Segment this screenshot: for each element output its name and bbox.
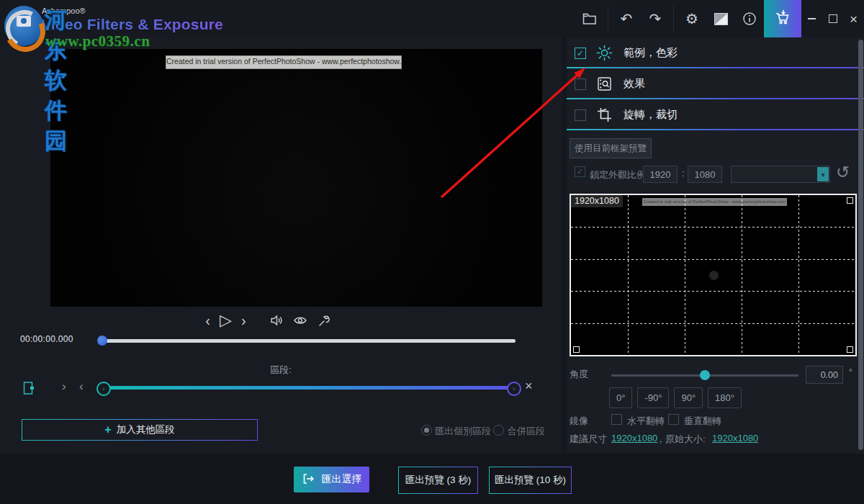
suggested-size-link[interactable]: 1920x1080	[611, 433, 657, 444]
section-effects[interactable]: 效果	[567, 68, 864, 99]
trial-watermark-banner: Created in trial version of PerfectPhoto…	[166, 55, 402, 69]
grid-line	[798, 195, 799, 355]
info-icon	[742, 12, 757, 26]
section-divider	[567, 129, 864, 130]
info-button[interactable]	[735, 0, 764, 37]
open-folder-button[interactable]	[575, 0, 604, 37]
panel-scrollbar[interactable]	[858, 40, 863, 450]
grid-line	[742, 195, 742, 355]
crop-handle-top-right[interactable]	[847, 197, 853, 204]
app-window: Ashampoo® Video Filters & Exposure ↶ ↷ ⚙	[0, 0, 864, 504]
brightness-icon	[596, 45, 613, 61]
export-selection-button[interactable]: 匯出選擇	[294, 467, 369, 492]
maximize-button[interactable]	[822, 0, 843, 37]
merge-segments-label[interactable]: 合併區段	[508, 425, 545, 438]
undo-button[interactable]: ↶	[612, 0, 641, 37]
rotate-90-button[interactable]: 90°	[674, 387, 703, 408]
grid-line	[571, 259, 855, 260]
crop-center-handle[interactable]	[709, 271, 719, 280]
remove-segment-button[interactable]: ×	[525, 379, 533, 394]
reset-crop-button[interactable]: ↺	[836, 163, 850, 183]
rotate-crop-checkbox[interactable]	[575, 109, 586, 121]
crop-handle-bottom-left[interactable]	[573, 346, 580, 353]
export-individual-radio[interactable]	[421, 425, 432, 436]
grid-line	[571, 291, 855, 292]
app-title: Video Filters & Exposure	[41, 16, 223, 33]
segment-range-track[interactable]	[101, 386, 514, 390]
crop-handle-bottom-right[interactable]	[847, 346, 853, 353]
playback-slider-track[interactable]	[101, 339, 516, 343]
rotate-180-button[interactable]: 180°	[708, 387, 742, 408]
playback-timestamp: 00:00:00.000	[20, 334, 73, 344]
rotate-0-button[interactable]: 0°	[609, 387, 632, 408]
playback-slider-thumb[interactable]	[97, 336, 107, 346]
volume-button[interactable]	[269, 314, 284, 327]
previous-frame-button[interactable]: ‹	[205, 313, 210, 328]
toolbar: ↶ ↷ ⚙	[575, 0, 864, 37]
speaker-icon	[269, 314, 284, 327]
angle-slider-thumb[interactable]	[700, 370, 710, 380]
video-preview[interactable]: Created in trial version of PerfectPhoto…	[50, 49, 542, 307]
rotate-minus90-button[interactable]: -90°	[637, 387, 669, 408]
close-button[interactable]: ×	[843, 0, 864, 37]
aspect-separator: :	[682, 168, 685, 179]
aspect-height-input[interactable]	[688, 166, 722, 183]
effects-icon	[596, 76, 613, 92]
angle-value-input[interactable]	[806, 366, 843, 384]
redo-icon: ↷	[649, 12, 662, 26]
adjustments-panel: ✓ 範例，色彩 效果	[566, 37, 864, 454]
undo-icon: ↶	[621, 12, 633, 26]
section-sample-color[interactable]: ✓ 範例，色彩	[567, 37, 864, 68]
export-preview-10s-button[interactable]: 匯出預覽 (10 秒)	[489, 467, 572, 494]
merge-segments-radio[interactable]	[493, 425, 504, 436]
redo-button[interactable]: ↷	[641, 0, 670, 37]
lock-aspect-label: 鎖定外觀比例	[590, 168, 646, 181]
flip-horizontal-label[interactable]: 水平翻轉	[627, 415, 665, 428]
use-current-frame-button[interactable]: 使用目前框架預覽	[570, 138, 652, 158]
plus-icon: +	[104, 424, 111, 436]
resolution-preset-select[interactable]: ▾	[731, 166, 830, 183]
minimize-icon	[808, 18, 816, 19]
segment-start-handle[interactable]: ›	[96, 382, 111, 396]
next-frame-button[interactable]: ›	[241, 313, 246, 328]
export-preview-3s-button[interactable]: 匯出預覽 (3 秒)	[398, 467, 478, 494]
lock-aspect-checkbox[interactable]: ✓	[575, 166, 585, 177]
settings-button[interactable]: ⚙	[678, 0, 706, 37]
sample-color-checkbox[interactable]: ✓	[575, 48, 586, 59]
crop-icon	[596, 107, 613, 123]
play-button[interactable]: ▷	[220, 312, 232, 328]
aspect-width-input[interactable]	[643, 166, 678, 183]
shop-button[interactable]	[764, 0, 801, 37]
degree-unit: °	[849, 367, 852, 377]
flip-horizontal-checkbox[interactable]	[611, 414, 622, 425]
segment-step-forward[interactable]: ›	[62, 379, 66, 394]
contrast-icon	[714, 13, 728, 25]
angle-presets: 0° -90° 90° 180°	[609, 387, 742, 408]
grid-line	[571, 323, 855, 324]
crop-size-label: 1920x1080	[571, 195, 623, 207]
cart-icon	[774, 9, 791, 29]
brand-name: Ashampoo®	[42, 6, 86, 15]
angle-label: 角度	[570, 368, 588, 381]
effects-checkbox[interactable]	[575, 78, 586, 90]
chevron-down-icon[interactable]: ▾	[817, 167, 829, 181]
segment-end-handle[interactable]: ‹	[507, 382, 521, 396]
close-icon: ×	[850, 12, 858, 26]
tools-button[interactable]	[317, 314, 330, 328]
flip-vertical-label[interactable]: 垂直翻轉	[684, 415, 721, 428]
eye-icon	[293, 314, 307, 327]
preview-toggle-button[interactable]	[293, 314, 307, 327]
crop-preview[interactable]: Created in trial version of PerfectPhoto…	[570, 194, 857, 356]
compare-view-button[interactable]	[706, 0, 735, 37]
original-size-label: ，原始大小:	[656, 433, 706, 446]
set-segment-start-icon[interactable]	[23, 381, 36, 398]
flip-vertical-checkbox[interactable]	[668, 414, 679, 425]
section-rotate-crop[interactable]: 旋轉，裁切	[567, 99, 864, 130]
export-individual-label[interactable]: 匯出個別區段	[435, 425, 491, 438]
add-segment-button[interactable]: + 加入其他區段	[22, 419, 258, 441]
segment-step-back[interactable]: ‹	[79, 379, 84, 394]
original-size-link[interactable]: 1920x1080	[712, 433, 758, 444]
player-controls: ‹ ▷ ›	[0, 308, 549, 333]
minimize-button[interactable]	[801, 0, 822, 37]
player-panel: Created in trial version of PerfectPhoto…	[0, 37, 562, 454]
